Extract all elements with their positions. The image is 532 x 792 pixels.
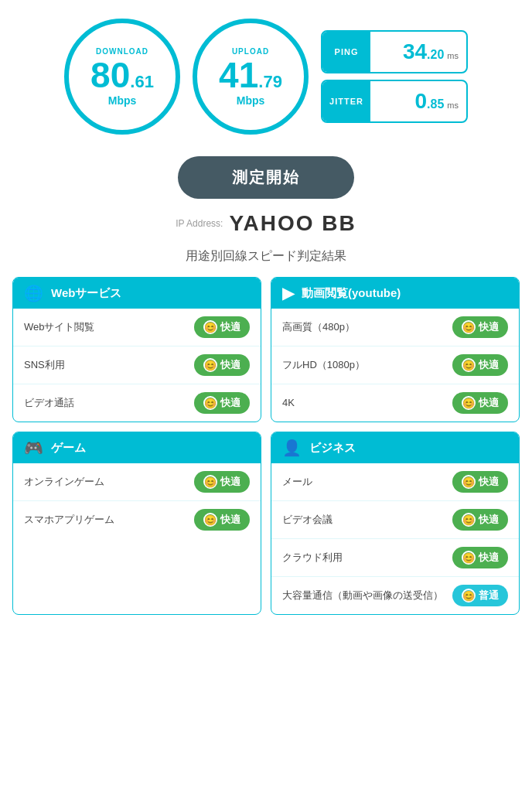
status-badge: 😊快適 xyxy=(452,392,508,414)
ping-label: PING xyxy=(322,32,370,72)
download-value: 80 .61 xyxy=(90,57,154,93)
card-body-video: 高画質（480p）😊快適フルHD（1080p）😊快適4K😊快適 xyxy=(271,309,519,422)
card-web: 🌐WebサービスWebサイト閲覧😊快適SNS利用😊快適ビデオ通話😊快適 xyxy=(12,277,261,422)
card-row-label: スマホアプリゲーム xyxy=(24,514,194,527)
card-row: 4K😊快適 xyxy=(271,384,519,422)
start-button[interactable]: 測定開始 xyxy=(178,156,354,199)
status-text: 快適 xyxy=(220,320,240,334)
card-row: ビデオ通話😊快適 xyxy=(13,384,261,422)
card-title-business: ビジネス xyxy=(309,441,356,456)
card-row: フルHD（1080p）😊快適 xyxy=(271,346,519,384)
smiley-icon: 😊 xyxy=(203,320,217,334)
smiley-icon: 😊 xyxy=(203,396,217,410)
status-badge: 😊快適 xyxy=(194,316,250,338)
ping-big: 34 xyxy=(403,39,427,64)
status-text: 快適 xyxy=(479,551,499,565)
card-header-game: 🎮ゲーム xyxy=(13,432,261,463)
card-row: ビデオ会議😊快適 xyxy=(271,501,519,539)
card-title-game: ゲーム xyxy=(51,441,86,456)
upload-unit: Mbps xyxy=(237,94,265,107)
card-body-game: オンラインゲーム😊快適スマホアプリゲーム😊快適 xyxy=(13,463,261,538)
jitter-decimal: .85 xyxy=(427,97,444,111)
card-row-label: ビデオ会議 xyxy=(282,514,452,527)
card-row-label: 4K xyxy=(282,397,452,410)
download-label: DOWNLOAD xyxy=(96,47,148,56)
status-badge: 😊快適 xyxy=(452,547,508,568)
status-badge: 😊快適 xyxy=(452,509,508,531)
card-body-business: メール😊快適ビデオ会議😊快適クラウド利用😊快適大容量通信（動画や画像の送受信）😊… xyxy=(271,463,519,614)
card-row-label: 高画質（480p） xyxy=(282,321,452,334)
ip-value: YAHOO BB xyxy=(229,211,356,236)
download-big: 80 xyxy=(90,57,130,93)
ip-label: IP Address: xyxy=(176,218,223,229)
jitter-unit: ms xyxy=(447,101,459,110)
ping-box: PING 34 .20 ms xyxy=(321,30,468,73)
cards-grid: 🌐WebサービスWebサイト閲覧😊快適SNS利用😊快適ビデオ通話😊快適▶動画閲覧… xyxy=(0,277,532,627)
status-text: 快適 xyxy=(479,320,499,334)
card-icon-business: 👤 xyxy=(282,440,302,456)
download-decimal: .61 xyxy=(130,73,154,90)
status-text: 快適 xyxy=(220,475,240,489)
card-title-web: Webサービス xyxy=(51,286,121,301)
card-game: 🎮ゲームオンラインゲーム😊快適スマホアプリゲーム😊快適 xyxy=(12,432,261,615)
upload-label: UPLOAD xyxy=(232,47,269,56)
status-text: 快適 xyxy=(220,513,240,527)
metrics-section: DOWNLOAD 80 .61 Mbps UPLOAD 41 .79 Mbps … xyxy=(0,0,532,150)
status-badge: 😊快適 xyxy=(452,316,508,338)
smiley-icon: 😊 xyxy=(462,358,476,372)
upload-decimal: .79 xyxy=(258,73,282,90)
jitter-box: JITTER 0 .85 ms xyxy=(321,80,468,123)
card-header-web: 🌐Webサービス xyxy=(13,278,261,309)
card-header-video: ▶動画閲覧(youtube) xyxy=(271,278,519,309)
ping-value: 34 .20 ms xyxy=(370,39,466,64)
status-badge: 😊快適 xyxy=(194,471,250,493)
status-badge: 😊普通 xyxy=(452,585,508,606)
jitter-big: 0 xyxy=(415,89,428,114)
smiley-icon: 😊 xyxy=(462,396,476,410)
card-icon-game: 🎮 xyxy=(24,440,43,456)
section-title: 用途別回線スピード判定結果 xyxy=(0,248,532,265)
card-row: メール😊快適 xyxy=(271,463,519,501)
status-text: 快適 xyxy=(479,475,499,489)
smiley-icon: 😊 xyxy=(462,589,476,603)
upload-value: 41 .79 xyxy=(219,57,282,93)
download-gauge: DOWNLOAD 80 .61 Mbps xyxy=(64,19,180,135)
smiley-icon: 😊 xyxy=(462,513,476,527)
card-row: スマホアプリゲーム😊快適 xyxy=(13,501,261,538)
ping-jitter-section: PING 34 .20 ms JITTER 0 .85 ms xyxy=(321,30,468,123)
status-badge: 😊快適 xyxy=(194,392,250,414)
jitter-value: 0 .85 ms xyxy=(370,89,466,114)
upload-gauge: UPLOAD 41 .79 Mbps xyxy=(193,19,309,135)
smiley-icon: 😊 xyxy=(203,475,217,489)
card-row: クラウド利用😊快適 xyxy=(271,539,519,577)
card-icon-video: ▶ xyxy=(282,285,294,301)
status-text: 快適 xyxy=(479,513,499,527)
ping-unit: ms xyxy=(447,51,459,60)
status-text: 快適 xyxy=(220,358,240,372)
status-badge: 😊快適 xyxy=(194,354,250,376)
ping-decimal: .20 xyxy=(427,48,444,62)
card-row: SNS利用😊快適 xyxy=(13,346,261,384)
card-row: 大容量通信（動画や画像の送受信）😊普通 xyxy=(271,577,519,614)
card-row-label: クラウド利用 xyxy=(282,551,452,565)
smiley-icon: 😊 xyxy=(203,358,217,372)
card-row-label: ビデオ通話 xyxy=(24,397,194,410)
status-text: 快適 xyxy=(479,358,499,372)
card-row: オンラインゲーム😊快適 xyxy=(13,463,261,501)
card-row-label: フルHD（1080p） xyxy=(282,359,452,372)
card-body-web: Webサイト閲覧😊快適SNS利用😊快適ビデオ通話😊快適 xyxy=(13,309,261,422)
card-row: Webサイト閲覧😊快適 xyxy=(13,309,261,346)
card-title-video: 動画閲覧(youtube) xyxy=(302,286,401,301)
status-text: 快適 xyxy=(220,396,240,410)
card-video: ▶動画閲覧(youtube)高画質（480p）😊快適フルHD（1080p）😊快適… xyxy=(271,277,520,422)
card-row-label: オンラインゲーム xyxy=(24,476,194,489)
upload-big: 41 xyxy=(219,57,258,93)
smiley-icon: 😊 xyxy=(462,475,476,489)
status-badge: 😊快適 xyxy=(194,509,250,531)
status-badge: 😊快適 xyxy=(452,354,508,376)
smiley-icon: 😊 xyxy=(462,320,476,334)
card-business: 👤ビジネスメール😊快適ビデオ会議😊快適クラウド利用😊快適大容量通信（動画や画像の… xyxy=(271,432,520,615)
card-row-label: Webサイト閲覧 xyxy=(24,321,194,334)
smiley-icon: 😊 xyxy=(203,513,217,527)
jitter-label: JITTER xyxy=(322,81,370,121)
